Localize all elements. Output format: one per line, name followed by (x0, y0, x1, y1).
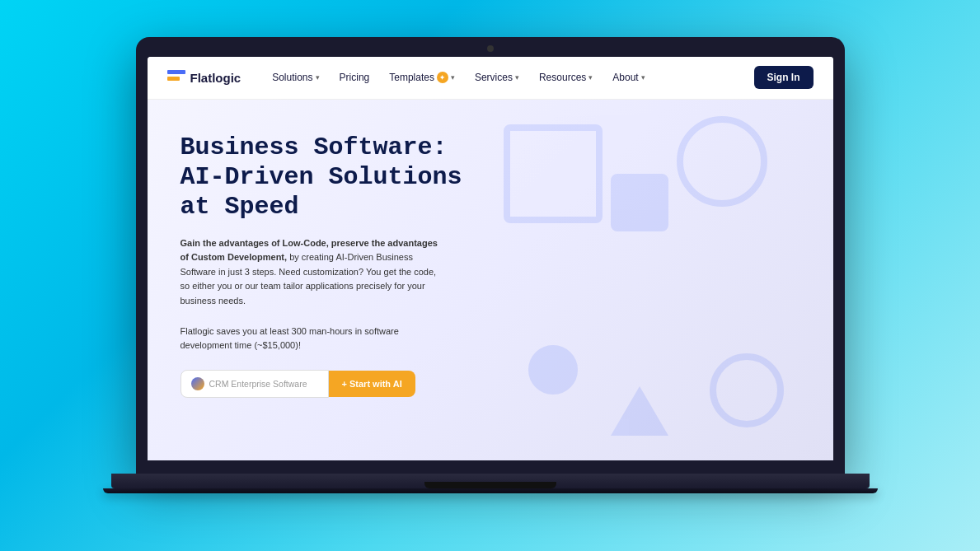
bg-shape-circle-1 (677, 116, 767, 207)
ai-icon (191, 377, 204, 390)
start-with-ai-button[interactable]: + Start with AI (329, 371, 415, 397)
laptop-base (111, 474, 870, 488)
chevron-down-icon: ▾ (588, 73, 593, 82)
laptop-camera (487, 45, 494, 52)
templates-badge: ✦ (437, 72, 448, 83)
website: Flatlogic Solutions ▾ Pricing Templates … (148, 57, 833, 460)
chevron-down-icon: ▾ (515, 73, 519, 82)
nav-templates[interactable]: Templates ✦ ▾ (381, 67, 463, 88)
hero-title: Business Software: AI-Driven Solutions a… (181, 133, 522, 222)
nav-links: Solutions ▾ Pricing Templates ✦ ▾ Serv (264, 67, 753, 88)
nav-resources[interactable]: Resources ▾ (531, 67, 601, 88)
hero-background-decoration (490, 100, 833, 460)
laptop-screen: Flatlogic Solutions ▾ Pricing Templates … (136, 37, 845, 474)
nav-services[interactable]: Services ▾ (467, 67, 528, 88)
navbar: Flatlogic Solutions ▾ Pricing Templates … (148, 57, 833, 100)
laptop-screen-inner: Flatlogic Solutions ▾ Pricing Templates … (148, 57, 833, 460)
hero-savings: Flatlogic saves you at least 300 man-hou… (181, 325, 444, 352)
signin-button[interactable]: Sign In (754, 66, 814, 89)
hero-content: Business Software: AI-Driven Solutions a… (181, 133, 522, 436)
bg-shape-rect-1 (611, 174, 668, 231)
hero-input-placeholder: CRM Enterprise Software (209, 379, 307, 389)
logo-bar-2 (167, 77, 180, 81)
hero-input-wrapper[interactable]: CRM Enterprise Software (181, 370, 329, 398)
chevron-down-icon: ▾ (451, 73, 455, 82)
hero-input-row: CRM Enterprise Software + Start with AI (181, 370, 522, 398)
bg-shape-circle-2 (710, 353, 784, 427)
nav-about[interactable]: About ▾ (604, 67, 653, 88)
hero-section: Business Software: AI-Driven Solutions a… (148, 100, 833, 460)
hero-description: Gain the advantages of Low-Code, preserv… (181, 236, 444, 309)
chevron-down-icon: ▾ (641, 73, 645, 82)
logo-text: Flatlogic (190, 71, 241, 85)
logo[interactable]: Flatlogic (167, 70, 241, 85)
laptop-wrapper: Flatlogic Solutions ▾ Pricing Templates … (136, 37, 845, 515)
logo-icon (167, 70, 185, 85)
chevron-down-icon: ▾ (316, 73, 320, 82)
logo-bar-1 (167, 70, 185, 74)
bg-shape-circle-3 (528, 345, 578, 395)
nav-pricing[interactable]: Pricing (331, 67, 378, 88)
nav-solutions[interactable]: Solutions ▾ (264, 67, 327, 88)
bg-shape-triangle (611, 386, 668, 436)
laptop-foot (103, 488, 878, 493)
